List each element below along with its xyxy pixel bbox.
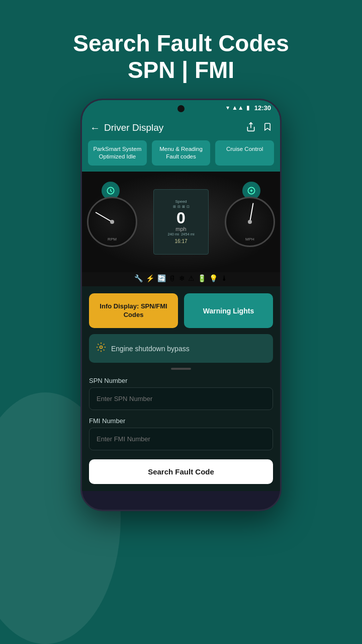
action-buttons: Info Display: SPN/FMI Codes Warning Ligh… [82,286,280,329]
feature-btn-menu[interactable]: Menu & Reading Fault codes [152,140,211,166]
bookmark-button[interactable] [263,122,272,134]
app-bar-left: ← Driver Display [90,122,163,134]
warn-icon-8: 💡 [209,274,218,282]
warn-icon-1: 🔧 [134,274,143,282]
engine-bypass-button[interactable]: Engine shutdown bypass [89,334,273,363]
trip1: 240 mi [167,232,179,236]
camera-notch [177,105,185,112]
right-gauge-needle [249,203,254,222]
share-button[interactable] [246,122,256,134]
hero-section: Search Fault Codes SPN | FMI [73,0,289,99]
app-bar: ← Driver Display [82,116,280,140]
hero-title: Search Fault Codes SPN | FMI [73,30,289,84]
drag-bar [171,368,191,370]
app-bar-actions [246,122,272,134]
left-gauge: RPM [87,197,137,247]
speed-label: Speed [175,199,187,204]
feature-btn-parksmart[interactable]: ParkSmart System Optimized Idle [88,140,147,166]
warn-icon-5: ❄ [179,274,185,282]
bypass-text: Engine shutdown bypass [111,345,190,353]
dashboard-bg: RPM Speed ⊞ ⊟ ⊠ ⊡ 0 mph 240 mi [82,172,280,272]
warn-icon-9: 🌡 [221,274,228,282]
status-time: 12:30 [254,104,271,112]
feature-btn-cruise[interactable]: Cruise Control [215,140,274,166]
info-display-button[interactable]: Info Display: SPN/FMI Codes [89,293,178,329]
odometer-row: 240 mi 2454 mi [167,232,194,236]
warn-icon-3: 🔄 [157,274,166,282]
svg-point-3 [100,346,103,349]
spn-input[interactable] [89,387,273,410]
right-gauge: MPH [225,197,275,247]
warning-lights-button[interactable]: Warning Lights [184,293,273,329]
warn-icon-6: ⚠ [188,274,195,282]
back-button[interactable]: ← [90,122,100,134]
dashboard-area: RPM Speed ⊞ ⊟ ⊠ ⊡ 0 mph 240 mi [82,172,280,272]
feature-buttons: ParkSmart System Optimized Idle Menu & R… [82,140,280,172]
bypass-icon [96,342,106,355]
form-section: SPN Number FMI Number Search Fault Code [82,373,280,491]
warn-icon-7: 🔋 [198,274,206,282]
right-gauge-center [248,220,252,224]
warning-icons-bar: 🔧 ⚡ 🔄 🛢 ❄ ⚠ 🔋 💡 🌡 [82,272,280,286]
search-fault-code-button[interactable]: Search Fault Code [89,459,273,484]
left-gauge-center [110,220,114,224]
phone-shell: ▾ ▲▲ ▮ 12:30 ← Driver Display [80,99,282,511]
warn-icon-4: 🛢 [169,274,176,282]
trip2: 2454 mi [181,232,195,236]
dashboard-icons [102,182,260,200]
bottom-content: Info Display: SPN/FMI Codes Warning Ligh… [82,286,280,492]
warn-icon-2: ⚡ [146,274,154,282]
fmi-input[interactable] [89,428,273,450]
battery-icon: ▮ [246,104,250,111]
speed-value: 0 [176,210,186,226]
wifi-icon: ▾ [226,104,229,111]
speed-unit: mph [175,226,186,232]
center-time: 16:17 [174,238,187,244]
app-bar-title: Driver Display [104,122,163,133]
fmi-label: FMI Number [89,417,273,425]
status-icons: ▾ ▲▲ ▮ 12:30 [226,104,271,112]
signal-icon: ▲▲ [232,104,244,111]
drag-handle [82,363,280,373]
spn-label: SPN Number [89,377,273,384]
